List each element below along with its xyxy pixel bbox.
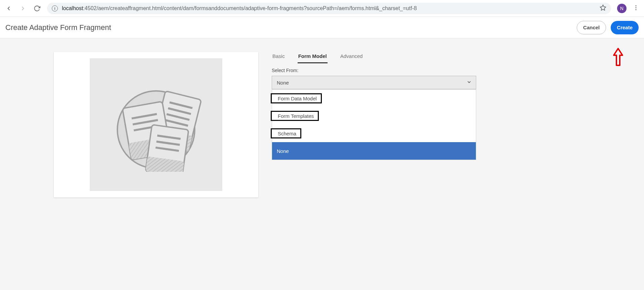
reload-button[interactable] xyxy=(33,4,41,12)
address-bar[interactable]: i localhost:4502/aem/createaffragment.ht… xyxy=(47,3,611,14)
profile-avatar[interactable]: N xyxy=(617,4,627,13)
create-button[interactable]: Create xyxy=(611,21,639,34)
select-from-dropdown[interactable]: None xyxy=(272,76,476,89)
option-schema[interactable]: Schema xyxy=(272,125,476,142)
template-preview-card xyxy=(54,52,258,197)
browser-menu-icon[interactable] xyxy=(633,4,639,12)
back-button[interactable] xyxy=(5,4,13,12)
select-from-label: Select From: xyxy=(272,68,487,73)
chevron-down-icon xyxy=(466,79,472,86)
template-preview-placeholder xyxy=(90,58,222,191)
svg-marker-0 xyxy=(600,5,606,10)
annotation-arrow-icon xyxy=(612,47,624,68)
cancel-button[interactable]: Cancel xyxy=(577,21,606,34)
select-from-options: Form Data Model Form Templates Schema No… xyxy=(272,89,476,160)
browser-toolbar: i localhost:4502/aem/createaffragment.ht… xyxy=(0,0,644,17)
tab-advanced[interactable]: Advanced xyxy=(340,52,364,63)
url-text: localhost:4502/aem/createaffragment.html… xyxy=(62,5,417,11)
form-panel: Basic Form Model Advanced Select From: N… xyxy=(272,52,487,290)
svg-point-3 xyxy=(636,9,637,10)
option-form-templates[interactable]: Form Templates xyxy=(272,107,476,125)
select-from-value: None xyxy=(277,80,289,86)
option-form-data-model[interactable]: Form Data Model xyxy=(272,90,476,107)
tab-form-model[interactable]: Form Model xyxy=(298,52,328,63)
page-header: Create Adaptive Form Fragment Cancel Cre… xyxy=(0,17,644,38)
main-content: Basic Form Model Advanced Select From: N… xyxy=(0,38,644,290)
page-title: Create Adaptive Form Fragment xyxy=(5,23,111,32)
documents-icon xyxy=(109,77,203,172)
site-info-icon[interactable]: i xyxy=(52,5,58,11)
tabs: Basic Form Model Advanced xyxy=(272,52,487,64)
tab-basic[interactable]: Basic xyxy=(272,52,286,63)
forward-button[interactable] xyxy=(19,4,27,12)
bookmark-star-icon[interactable] xyxy=(600,4,606,12)
option-none[interactable]: None xyxy=(272,142,476,160)
svg-point-1 xyxy=(636,5,637,6)
svg-point-2 xyxy=(636,7,637,8)
